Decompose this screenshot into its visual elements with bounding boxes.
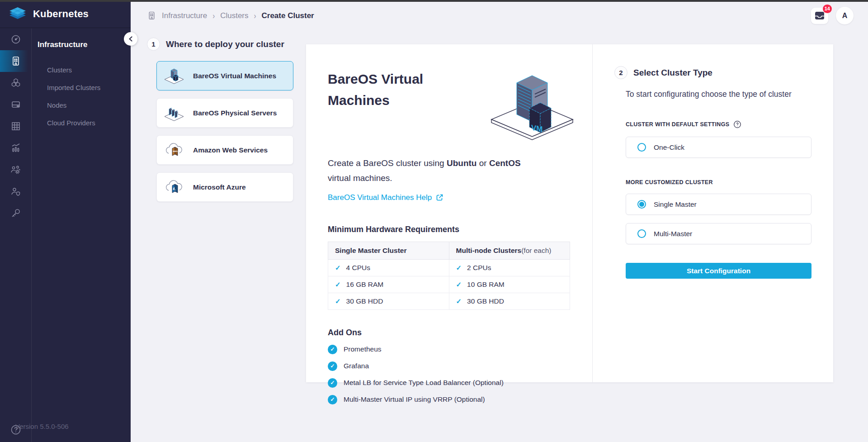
table-header-multi-node: Multi-node Clusters(for each) [449, 242, 570, 259]
table-row: ✓4 CPUs ✓2 CPUs [328, 259, 570, 276]
bareos-vm-icon [163, 67, 185, 86]
kubernetes-layers-icon [8, 6, 27, 22]
rail-item-keys[interactable] [0, 202, 31, 224]
step2-section: 2 Select Cluster Type To start configura… [593, 44, 833, 382]
table-header-single-master: Single Master Cluster [328, 242, 449, 259]
provider-description: Create a BareOS cluster using Ubuntu or … [328, 156, 540, 186]
provider-detail-panel: BareOS Virtual Machines [306, 44, 592, 382]
rail-item-tables[interactable] [0, 115, 31, 137]
customized-cluster-label: MORE CUSTOMIZED CLUSTER [626, 179, 833, 185]
cluster-type-single-master[interactable]: Single Master [626, 194, 811, 215]
sidebar-collapse-button[interactable] [124, 32, 137, 46]
help-link-label: BareOS Virtual Machines Help [328, 193, 432, 202]
check-icon: ✓ [335, 264, 341, 271]
sidebar-submenu: Infrastructure Clusters Imported Cluster… [32, 29, 131, 442]
key-icon [10, 208, 21, 219]
sidebar: Kubernetes [0, 0, 131, 442]
svg-text:aws: aws [173, 150, 178, 152]
breadcrumb-create-cluster: Create Cluster [262, 11, 314, 20]
user-shield-icon [10, 186, 22, 197]
start-configuration-button[interactable]: Start Configuration [626, 263, 811, 279]
step1-number: 1 [147, 38, 160, 51]
check-circle-icon: ✓ [328, 378, 337, 388]
rail-item-storage[interactable] [0, 94, 31, 115]
breadcrumb-infrastructure[interactable]: Infrastructure [162, 11, 207, 20]
rail-item-monitoring[interactable] [0, 137, 31, 159]
check-circle-icon: ✓ [328, 361, 337, 371]
building-icon [10, 56, 21, 67]
default-settings-label: CLUSTER WITH DEFAULT SETTINGS [626, 120, 833, 128]
addon-prometheus: ✓ Prometheus [328, 345, 592, 354]
analytics-icon [10, 143, 21, 153]
cubes-icon [10, 77, 21, 88]
avatar[interactable]: A [836, 7, 854, 24]
rail-item-dashboard[interactable] [0, 29, 31, 50]
step2-subtitle: To start configurating choose the type o… [626, 90, 833, 99]
svg-text:VM: VM [531, 124, 542, 134]
breadcrumb-clusters[interactable]: Clusters [220, 11, 248, 20]
addon-grafana: ✓ Grafana [328, 361, 592, 371]
azure-cloud-icon [163, 178, 185, 197]
check-circle-icon: ✓ [328, 345, 337, 354]
help-circle-icon[interactable] [733, 120, 741, 128]
step2-header: 2 Select Cluster Type [614, 66, 833, 79]
step1-title: Where to deploy your cluster [166, 39, 284, 49]
rail-item-users[interactable] [0, 181, 31, 202]
cluster-type-one-click[interactable]: One-Click [626, 137, 811, 158]
team-gear-icon [10, 164, 22, 175]
step1-section: 1 Where to deploy your cluster BareOS Vi… [147, 38, 296, 209]
table-row: ✓16 GB RAM ✓10 GB RAM [328, 276, 570, 293]
addons-title: Add Ons [328, 328, 592, 337]
sidebar-item-imported-clusters[interactable]: Imported Clusters [38, 79, 131, 96]
chevron-right-icon: › [254, 11, 256, 20]
hardware-requirements-title: Minimum Hardware Requirements [328, 225, 592, 234]
option-amazon-web-services[interactable]: aws Amazon Web Services [156, 135, 293, 165]
radio-checked-icon[interactable] [637, 200, 646, 209]
building-small-icon [147, 11, 156, 20]
check-icon: ✓ [456, 264, 462, 271]
deploy-options: BareOS Virtual Machines BareOS Physical … [156, 61, 296, 202]
bareos-physical-icon [163, 104, 185, 123]
radio-unchecked-icon[interactable] [637, 229, 646, 238]
grid-icon [10, 121, 21, 132]
icon-rail [0, 29, 32, 442]
sidebar-item-cloud-providers[interactable]: Cloud Providers [38, 114, 131, 132]
submenu-title: Infrastructure [38, 40, 131, 49]
check-icon: ✓ [335, 280, 341, 288]
sidebar-item-clusters[interactable]: Clusters [38, 61, 131, 79]
option-label: Microsoft Azure [193, 183, 246, 191]
notification-badge: 14 [823, 5, 832, 13]
check-icon: ✓ [456, 280, 462, 288]
inbox-icon [815, 11, 825, 20]
option-microsoft-azure[interactable]: Microsoft Azure [156, 172, 293, 202]
option-label: Amazon Web Services [193, 146, 268, 154]
option-label: BareOS Virtual Machines [193, 72, 276, 80]
addon-metal-lb: ✓ Metal LB for Service Type Load Balance… [328, 378, 592, 388]
rail-item-workloads[interactable] [0, 72, 31, 94]
drive-icon [10, 99, 21, 110]
external-link-icon [436, 194, 443, 201]
aws-cloud-icon: aws [163, 141, 185, 160]
topbar-actions: 14 A [811, 7, 854, 24]
rail-item-infrastructure[interactable] [0, 50, 31, 72]
option-bareos-virtual-machines[interactable]: BareOS Virtual Machines [156, 61, 293, 90]
step2-number: 2 [614, 66, 627, 79]
option-label: BareOS Physical Servers [193, 109, 277, 117]
sidebar-item-nodes[interactable]: Nodes [38, 96, 131, 114]
hardware-requirements-table: Single Master Cluster Multi-node Cluster… [328, 242, 570, 310]
notifications-button[interactable]: 14 [811, 8, 828, 24]
addon-vrrp: ✓ Multi-Master Virtual IP using VRRP (Op… [328, 395, 592, 404]
app-logo[interactable]: Kubernetes [0, 0, 131, 28]
chevron-left-icon [128, 36, 133, 42]
radio-unchecked-icon[interactable] [637, 143, 646, 152]
cluster-type-multi-master[interactable]: Multi-Master [626, 223, 811, 244]
option-bareos-physical-servers[interactable]: BareOS Physical Servers [156, 98, 293, 128]
check-icon: ✓ [335, 297, 341, 305]
app-title: Kubernetes [33, 8, 89, 20]
browser-top-edge [0, 0, 868, 2]
provider-help-link[interactable]: BareOS Virtual Machines Help [328, 193, 592, 202]
table-row: ✓30 GB HDD ✓30 GB HDD [328, 293, 570, 309]
rail-item-teams[interactable] [0, 159, 31, 181]
check-icon: ✓ [456, 297, 462, 305]
step2-title: Select Cluster Type [633, 68, 712, 78]
